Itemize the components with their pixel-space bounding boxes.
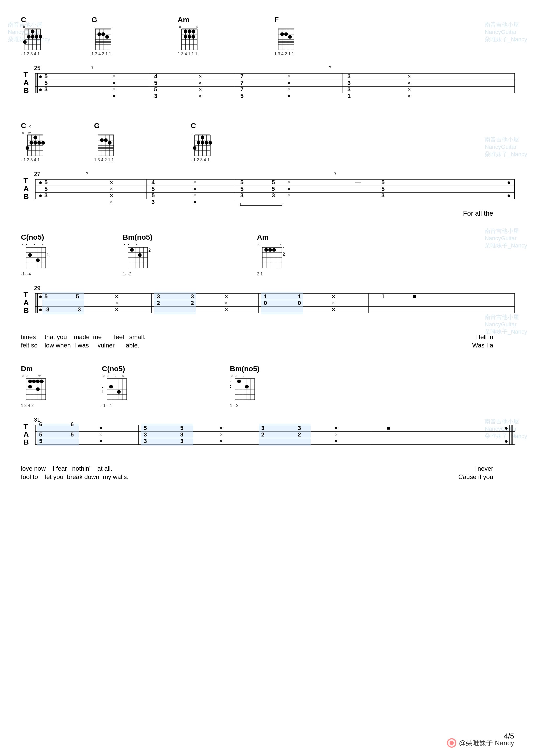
svg-point-211 xyxy=(508,195,510,197)
chord-name-am2: Am xyxy=(257,233,269,241)
svg-text:5: 5 xyxy=(272,186,275,192)
chord-name-bmno5-2: Bm(no5) xyxy=(230,365,260,373)
svg-text:×: × xyxy=(34,243,36,246)
lyrics-right1-s4: I never xyxy=(474,465,514,472)
svg-point-130 xyxy=(26,146,29,150)
svg-rect-383 xyxy=(141,424,193,446)
svg-text:×: × xyxy=(112,93,116,99)
svg-text:5: 5 xyxy=(44,73,47,80)
chord-f-1: F 1 3 4 2 1 1 xyxy=(274,16,298,56)
lyrics-line2-s4: fool to let you break down my walls. xyxy=(21,473,128,481)
svg-point-45 xyxy=(183,35,187,39)
svg-text:B: B xyxy=(23,192,29,201)
svg-rect-60 xyxy=(278,41,294,43)
svg-text:29: 29 xyxy=(34,285,40,291)
chord-diagram-bmno5-2: × × × -1 -2 xyxy=(230,374,259,403)
svg-point-321 xyxy=(28,380,32,383)
svg-text:×: × xyxy=(225,300,228,306)
svg-point-261 xyxy=(268,248,272,252)
svg-text:B: B xyxy=(23,307,29,314)
svg-rect-28 xyxy=(95,41,111,43)
svg-text:2: 2 xyxy=(148,248,151,253)
svg-text:×: × xyxy=(408,86,411,93)
svg-text:-2: -2 xyxy=(230,384,231,389)
svg-text:5: 5 xyxy=(44,186,47,192)
svg-point-62 xyxy=(284,32,288,36)
svg-text:5: 5 xyxy=(240,179,243,186)
svg-point-244 xyxy=(130,248,134,252)
svg-point-326 xyxy=(36,388,40,391)
svg-text:×: × xyxy=(334,425,338,431)
chord-fingers-c2: - 1 2 3 4 1 xyxy=(21,158,40,162)
section-3: C(no5) × × × × xyxy=(21,233,514,349)
svg-point-42 xyxy=(183,30,187,33)
svg-text:𝄾: 𝄾 xyxy=(334,172,336,175)
svg-text:5: 5 xyxy=(39,438,42,444)
svg-point-407 xyxy=(505,440,508,443)
svg-text:𝄾: 𝄾 xyxy=(329,66,331,69)
section-1: C × xyxy=(21,16,514,106)
svg-point-343 xyxy=(117,390,121,394)
chord-diagram-am2: × ○ 1 2 xyxy=(257,243,286,271)
svg-text:×: × xyxy=(287,192,291,199)
svg-point-361 xyxy=(245,385,249,389)
svg-text:5: 5 xyxy=(381,179,384,186)
chord-fingers-dm: 1 3 4 2 xyxy=(21,403,34,408)
chord-fingers-g2: 1 3 4 2 1 1 xyxy=(94,158,114,162)
svg-text:×: × xyxy=(408,73,411,80)
svg-text:×: × xyxy=(408,93,411,99)
svg-text:×: × xyxy=(110,186,113,192)
svg-point-126 xyxy=(30,141,33,145)
svg-text:×: × xyxy=(99,425,103,431)
svg-text:1: 1 xyxy=(381,293,384,300)
svg-text:×: × xyxy=(179,25,181,29)
svg-text:5: 5 xyxy=(240,93,243,99)
svg-point-275 xyxy=(39,295,42,298)
svg-text:1: 1 xyxy=(264,293,267,300)
chord-name-g2: G xyxy=(94,122,100,130)
svg-text:3: 3 xyxy=(154,93,157,99)
chord-diagram-am1: × ○ xyxy=(178,25,201,51)
svg-text:×: × xyxy=(110,199,113,205)
lyrics-for-all-the: For all the xyxy=(21,209,514,217)
svg-text:0: 0 xyxy=(298,300,301,306)
svg-text:×: × xyxy=(199,73,202,80)
svg-text:-3: -3 xyxy=(44,306,50,313)
svg-text:-4: -4 xyxy=(102,389,103,394)
svg-text:6: 6 xyxy=(70,421,74,428)
chord-cno5: C(no5) × × × × xyxy=(21,233,50,277)
svg-text:×: × xyxy=(103,374,105,378)
chord-name-c2: C xyxy=(21,122,26,130)
svg-text:×: × xyxy=(124,243,126,246)
svg-point-323 xyxy=(36,380,40,383)
svg-text:×: × xyxy=(235,374,237,378)
svg-text:5: 5 xyxy=(44,293,47,300)
svg-point-11 xyxy=(31,30,35,33)
svg-text:×: × xyxy=(332,293,335,300)
svg-text:7: 7 xyxy=(240,73,243,80)
svg-text:×: × xyxy=(231,374,233,378)
section-2: C × × 3fr xyxy=(21,122,514,217)
svg-text:×: × xyxy=(115,300,118,306)
chord-bmno5-2: Bm(no5) × × × xyxy=(230,365,260,408)
lyrics-line1-s4: love now I fear nothin' at all. xyxy=(21,465,112,472)
svg-point-128 xyxy=(37,141,41,145)
svg-text:B: B xyxy=(23,86,29,94)
svg-rect-286 xyxy=(154,292,196,314)
svg-text:T: T xyxy=(23,422,28,430)
svg-text:5fr: 5fr xyxy=(37,374,41,378)
svg-point-74 xyxy=(39,75,42,78)
svg-point-47 xyxy=(191,35,195,39)
svg-point-406 xyxy=(505,427,508,430)
chord-fingers-bmno5-2: 1- -2 xyxy=(230,403,239,408)
svg-text:3: 3 xyxy=(298,425,301,431)
svg-text:4: 4 xyxy=(154,73,157,80)
svg-text:-3: -3 xyxy=(76,306,81,313)
chord-name-bmno5-1: Bm(no5) xyxy=(123,233,153,241)
tab-staff-1: T A B 25 5 5 3 𝄾 × × × xyxy=(21,59,517,106)
svg-text:×: × xyxy=(199,93,202,99)
svg-text:3: 3 xyxy=(157,293,160,300)
svg-text:×: × xyxy=(41,243,43,246)
svg-point-46 xyxy=(187,35,191,39)
svg-text:-1: -1 xyxy=(230,378,231,383)
